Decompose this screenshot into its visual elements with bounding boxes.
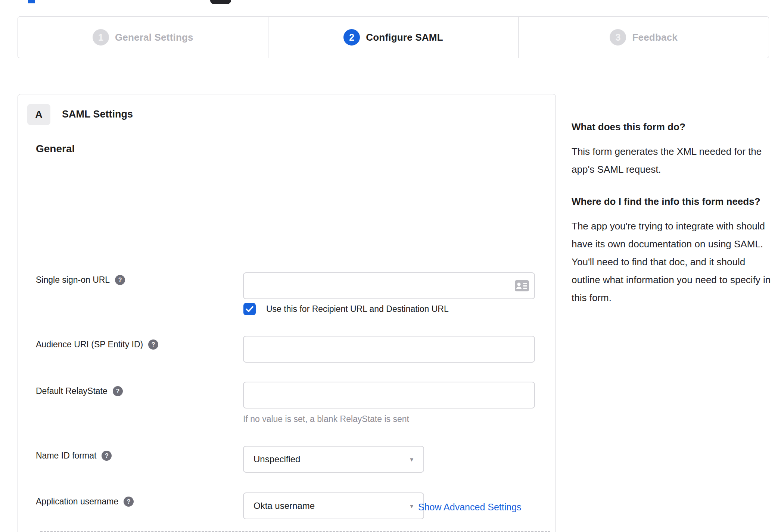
recipient-url-checkbox-row: Use this for Recipient URL and Destinati… [243, 303, 449, 315]
name-id-format-select[interactable]: Unspecified ▼ [243, 446, 424, 473]
select-value: Unspecified [253, 454, 300, 464]
help-question-2-body: The app you're trying to integrate with … [572, 217, 771, 307]
application-username-label: Application username ? [36, 497, 134, 507]
field-label-text: Default RelayState [36, 386, 108, 396]
step-configure-saml[interactable]: 2 Configure SAML [268, 17, 519, 58]
help-icon[interactable]: ? [148, 339, 158, 350]
step-label: Configure SAML [366, 32, 443, 43]
field-label-text: Audience URI (SP Entity ID) [36, 339, 143, 350]
page: { "glyphs": { "question": "?", "dropdown… [0, 0, 781, 532]
relay-state-input[interactable] [243, 382, 535, 409]
checkmark-icon [246, 306, 253, 312]
help-icon[interactable]: ? [115, 275, 125, 285]
name-id-format-label: Name ID format ? [36, 451, 112, 461]
saml-settings-panel: A SAML Settings General Single sign-on U… [18, 94, 556, 532]
step-number-badge: 2 [343, 29, 360, 46]
audience-uri-input[interactable] [243, 336, 535, 363]
chevron-down-icon: ▼ [409, 503, 414, 509]
recipient-url-checkbox-label: Use this for Recipient URL and Destinati… [266, 304, 449, 314]
section-a-badge: A [27, 104, 50, 125]
sso-url-input[interactable] [243, 272, 535, 299]
help-question-1-title: What does this form do? [572, 120, 771, 134]
step-label: Feedback [632, 32, 678, 43]
help-question-1-body: This form generates the XML needed for t… [572, 143, 771, 178]
help-icon[interactable]: ? [124, 497, 134, 507]
show-advanced-settings-link[interactable]: Show Advanced Settings [418, 502, 522, 513]
audience-uri-label: Audience URI (SP Entity ID) ? [36, 339, 158, 350]
step-number-badge: 3 [610, 29, 626, 46]
help-question-2-title: Where do I find the info this form needs… [572, 195, 771, 208]
step-label: General Settings [115, 32, 193, 43]
field-label-text: Application username [36, 497, 118, 507]
help-icon[interactable]: ? [113, 386, 123, 396]
wizard-stepper: 1 General Settings 2 Configure SAML 3 Fe… [18, 16, 769, 58]
recipient-url-checkbox[interactable] [243, 303, 256, 315]
relay-state-hint: If no value is set, a blank RelayState i… [243, 414, 409, 424]
help-sidebar: What does this form do? This form genera… [572, 120, 771, 323]
sso-url-label: Single sign-on URL ? [36, 275, 125, 285]
panel-title: SAML Settings [62, 109, 133, 120]
help-icon[interactable]: ? [102, 451, 112, 461]
cutoff-logo-fragment [210, 0, 231, 4]
relay-state-label: Default RelayState ? [36, 386, 123, 396]
application-username-select[interactable]: Okta username ▼ [243, 492, 424, 519]
step-number-badge: 1 [93, 29, 109, 46]
step-general-settings[interactable]: 1 General Settings [18, 17, 268, 58]
field-label-text: Name ID format [36, 451, 96, 461]
step-feedback[interactable]: 3 Feedback [518, 17, 769, 58]
select-value: Okta username [253, 501, 315, 511]
field-label-text: Single sign-on URL [36, 275, 110, 285]
general-section-heading: General [36, 143, 75, 155]
chevron-down-icon: ▼ [409, 456, 414, 463]
cutoff-blue-fragment [28, 0, 35, 3]
